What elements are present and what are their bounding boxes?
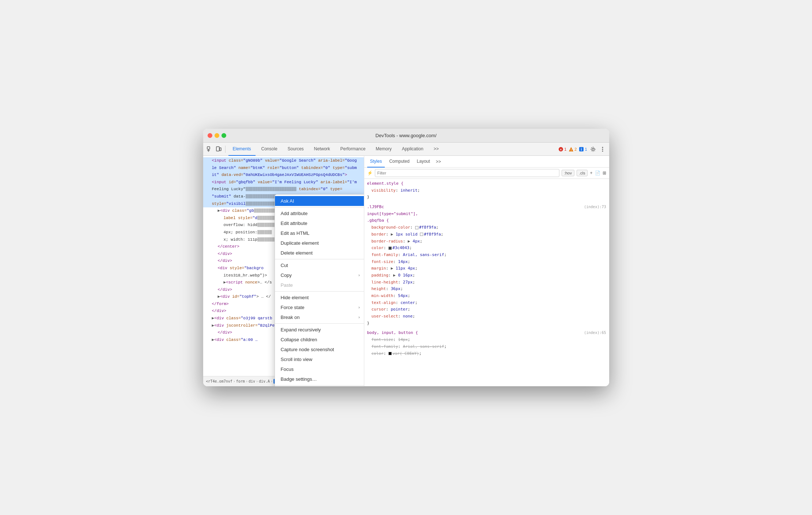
bc-item-rT4e[interactable]: <rT4e.om7nvf: [206, 379, 232, 383]
color-swatch: [388, 247, 392, 250]
add-style-icon[interactable]: +: [590, 170, 592, 176]
menu-item-collapse-children[interactable]: Collapse children: [275, 335, 364, 345]
css-property-line: border: ▶ 1px solid #f8f9fa;: [367, 231, 606, 238]
menu-item-delete-element[interactable]: Delete element: [275, 248, 364, 258]
expand-arrow[interactable]: ▶: [391, 232, 394, 237]
menu-item-force-state[interactable]: Force state ›: [275, 302, 364, 312]
css-property-line: color: var( C0EmY);: [367, 350, 606, 357]
menu-item-edit-as-html[interactable]: Edit as HTML: [275, 228, 364, 238]
menu-item-badge-settings[interactable]: Badge settings…: [275, 374, 364, 384]
menu-separator: [275, 291, 364, 292]
css-property-line: margin: ▶ 11px 4px;: [367, 265, 606, 272]
maximize-button[interactable]: [221, 133, 226, 138]
svg-text:×: ×: [560, 148, 562, 151]
toolbar-separator: [225, 146, 226, 153]
menu-item-duplicate-element[interactable]: Duplicate element: [275, 238, 364, 248]
tab-performance[interactable]: Performance: [336, 143, 370, 156]
menu-item-paste: Paste: [275, 280, 364, 290]
info-badge[interactable]: i 1: [579, 147, 587, 152]
expand-arrow[interactable]: ▶: [393, 273, 396, 278]
more-options-icon[interactable]: [599, 146, 606, 153]
css-property-line: height: 36px;: [367, 286, 606, 293]
bc-item-divA[interactable]: div.A: [259, 379, 270, 383]
tab-styles[interactable]: Styles: [367, 156, 385, 168]
tab-network[interactable]: Network: [310, 143, 335, 156]
menu-item-break-on[interactable]: Break on ›: [275, 312, 364, 322]
main-area: <input class="gNO89b" value="Google Sear…: [203, 156, 609, 386]
window-title: DevTools - www.google.com/: [376, 133, 437, 138]
styles-filter-bar: ⚡ :hov .cls + 📄 ⊞: [364, 168, 609, 179]
devtools-toolbar: Elements Console Sources Network Perform…: [203, 143, 609, 156]
css-property-line: padding: ▶ 0 16px;: [367, 272, 606, 279]
css-selector-line-2: input[type="submit"],: [367, 211, 606, 218]
context-menu: Ask AI Add attribute Edit attribute Edit…: [275, 194, 364, 386]
css-selector-line: element.style {: [367, 180, 606, 187]
css-close-brace: }: [367, 320, 606, 327]
dom-line: Feeling Lucky"█████████████████████ tabi…: [203, 186, 364, 193]
close-button[interactable]: [208, 133, 212, 138]
minimize-button[interactable]: [215, 133, 219, 138]
menu-separator: [275, 323, 364, 324]
bc-item-form[interactable]: form: [236, 379, 245, 383]
device-toggle-icon[interactable]: [215, 146, 222, 153]
styles-panel: Styles Computed Layout >> ⚡ :hov .cls +: [364, 156, 609, 386]
menu-item-expand-recursively[interactable]: Expand recursively: [275, 325, 364, 335]
css-selector-line-3: .gbqfba {: [367, 217, 606, 224]
warn-badge[interactable]: ! 2: [569, 147, 577, 152]
menu-item-cut[interactable]: Cut: [275, 260, 364, 270]
svg-rect-3: [216, 147, 219, 151]
menu-item-focus[interactable]: Focus: [275, 364, 364, 374]
settings-icon[interactable]: [589, 146, 597, 153]
styles-tab-more[interactable]: >>: [435, 159, 443, 164]
dom-line: <input id="gbqfbb" value="I'm Feeling Lu…: [203, 179, 364, 186]
menu-item-edit-attribute[interactable]: Edit attribute: [275, 218, 364, 228]
menu-item-capture-node-screenshot[interactable]: Capture node screenshot: [275, 345, 364, 354]
tab-elements[interactable]: Elements: [228, 143, 256, 156]
tab-layout[interactable]: Layout: [414, 156, 433, 168]
tab-more[interactable]: >>: [429, 143, 443, 156]
tab-memory[interactable]: Memory: [371, 143, 396, 156]
menu-item-scroll-into-view[interactable]: Scroll into view: [275, 354, 364, 364]
toggle-sidebar-icon[interactable]: ⊞: [603, 170, 606, 176]
styles-content: element.style { visibility: inherit; } .…: [364, 179, 609, 386]
traffic-lights: [208, 133, 226, 138]
svg-text:!: !: [571, 148, 572, 151]
bc-item-div[interactable]: div: [249, 379, 255, 383]
tab-computed[interactable]: Computed: [386, 156, 412, 168]
tab-sources[interactable]: Sources: [283, 143, 308, 156]
new-stylesheet-icon[interactable]: 📄: [595, 170, 600, 176]
cls-button[interactable]: .cls: [577, 170, 588, 176]
svg-text:i: i: [581, 147, 582, 151]
css-property-line: cursor: pointer;: [367, 306, 606, 313]
inspector-icon[interactable]: [206, 146, 213, 153]
devtools-window: DevTools - www.google.com/ Elements Cons…: [203, 129, 609, 386]
elements-panel: <input class="gNO89b" value="Google Sear…: [203, 156, 364, 386]
svg-point-12: [602, 147, 603, 148]
color-swatch: [415, 226, 418, 229]
toolbar-right: × 1 ! 2 i 1: [558, 146, 606, 153]
menu-separator: [275, 207, 364, 207]
tab-console[interactable]: Console: [257, 143, 282, 156]
svg-rect-4: [220, 148, 221, 151]
css-property-line: color: #3c4043;: [367, 245, 606, 252]
error-badge[interactable]: × 1: [558, 147, 566, 152]
css-property-line: font-size: 14px;: [367, 337, 606, 343]
css-property-line: text-align: center;: [367, 300, 606, 307]
hov-button[interactable]: :hov: [562, 170, 574, 176]
css-property-line: visibility: inherit;: [367, 187, 606, 194]
expand-arrow[interactable]: ▶: [391, 266, 394, 271]
svg-rect-0: [207, 147, 210, 149]
menu-item-copy[interactable]: Copy ›: [275, 270, 364, 280]
menu-item-add-attribute[interactable]: Add attribute: [275, 208, 364, 218]
menu-item-ask-ai[interactable]: Ask AI: [275, 196, 364, 206]
tab-application[interactable]: Application: [398, 143, 428, 156]
expand-arrow[interactable]: ▶: [408, 239, 410, 244]
svg-point-13: [602, 149, 603, 150]
menu-item-hide-element[interactable]: Hide element: [275, 293, 364, 302]
filter-input[interactable]: [375, 169, 560, 177]
css-property-line: line-height: 27px;: [367, 279, 606, 286]
css-property-line: font-family: Arial, sans-serif;: [367, 252, 606, 259]
submenu-arrow: ›: [358, 315, 360, 319]
title-bar: DevTools - www.google.com/: [203, 129, 609, 143]
submenu-arrow: ›: [358, 305, 360, 309]
